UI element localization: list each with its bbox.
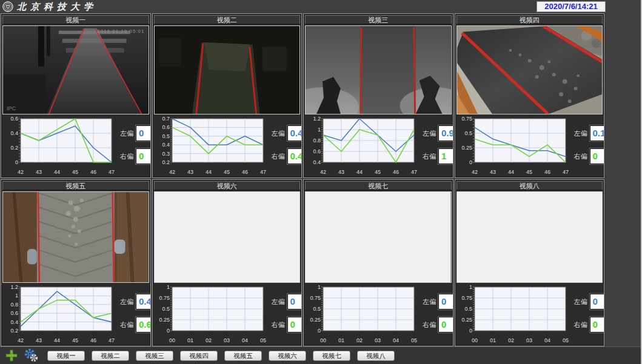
- left-deviation-label: 左偏: [120, 129, 133, 138]
- video-feed[interactable]: [456, 191, 603, 283]
- right-deviation-value[interactable]: 1: [438, 148, 453, 164]
- svg-text:42: 42: [18, 169, 24, 175]
- deviation-controls: 左偏 0 cm 右偏 0 cm: [423, 285, 453, 339]
- svg-text:42: 42: [471, 169, 477, 175]
- right-deviation-value[interactable]: 0: [590, 317, 605, 333]
- panel-title: 视频三: [305, 15, 452, 24]
- svg-text:44: 44: [507, 169, 513, 175]
- left-deviation-row: 左偏 0 cm: [272, 293, 303, 311]
- add-camera-icon[interactable]: [5, 349, 18, 362]
- panel-title: 视频八: [456, 181, 603, 190]
- svg-text:00: 00: [471, 337, 477, 343]
- right-deviation-value[interactable]: 0.4: [287, 148, 303, 164]
- svg-text:05: 05: [259, 337, 266, 343]
- left-deviation-value[interactable]: 0: [287, 294, 303, 309]
- svg-text:0: 0: [166, 328, 169, 334]
- svg-text:46: 46: [90, 337, 96, 343]
- svg-text:0.4: 0.4: [10, 130, 18, 136]
- video-feed[interactable]: [456, 25, 603, 114]
- video-panel-1: 视频一 2018.01.19 05:01IPC 00.20.40.: [1, 13, 151, 178]
- panel-title: 视频五: [2, 181, 149, 190]
- svg-text:43: 43: [36, 169, 42, 175]
- svg-text:46: 46: [393, 169, 399, 175]
- right-deviation-value[interactable]: 0: [438, 317, 453, 333]
- svg-text:0.25: 0.25: [461, 145, 472, 151]
- video-feed[interactable]: [305, 191, 452, 283]
- datetime-display: 2020/7/6/14:21: [537, 1, 606, 12]
- video-feed[interactable]: [154, 191, 301, 283]
- video-button-4[interactable]: 视频四: [180, 351, 218, 361]
- svg-text:0.75: 0.75: [159, 295, 170, 301]
- svg-text:0.8: 0.8: [10, 302, 18, 308]
- svg-text:47: 47: [109, 169, 115, 175]
- right-deviation-value[interactable]: 0: [136, 148, 151, 164]
- deviation-section: 0.40.60.811.2424344454647 左偏 0.9 cm 右偏 1…: [304, 116, 453, 177]
- video-feed[interactable]: [154, 25, 301, 114]
- right-deviation-label: 右偏: [120, 320, 133, 329]
- left-deviation-label: 左偏: [423, 297, 436, 306]
- video-button-8[interactable]: 视频八: [357, 351, 395, 361]
- left-deviation-value[interactable]: 0: [438, 294, 453, 309]
- deviation-controls: 左偏 0.9 cm 右偏 1 cm: [423, 117, 453, 170]
- video-button-6[interactable]: 视频六: [269, 351, 306, 361]
- svg-text:0.6: 0.6: [313, 148, 321, 154]
- video-feed[interactable]: [305, 25, 452, 114]
- svg-text:1: 1: [318, 127, 321, 133]
- right-deviation-label: 右偏: [574, 152, 587, 161]
- svg-text:46: 46: [544, 169, 550, 175]
- right-deviation-value[interactable]: 0: [287, 317, 303, 333]
- video-panel-3: 视频三 0.40.60.811.2424344454647: [303, 13, 453, 178]
- deviation-chart: 0.40.60.811.2424344454647: [305, 117, 419, 176]
- left-deviation-label: 左偏: [423, 129, 436, 138]
- left-deviation-value[interactable]: 0: [136, 125, 151, 141]
- svg-text:47: 47: [562, 169, 568, 175]
- svg-text:44: 44: [54, 169, 60, 175]
- deviation-controls: 左偏 0 cm 右偏 0 cm: [574, 285, 605, 339]
- video-panel-7: 视频七 00.250.50.751000102030405 左偏 0 cm 右偏…: [303, 179, 453, 346]
- left-deviation-row: 左偏 0.4 cm: [120, 293, 151, 311]
- right-deviation-value[interactable]: 0.6: [136, 317, 151, 333]
- svg-text:00: 00: [320, 337, 326, 343]
- svg-text:0.75: 0.75: [310, 295, 321, 301]
- right-deviation-row: 右偏 0 cm: [120, 147, 151, 165]
- svg-text:0.25: 0.25: [310, 317, 321, 323]
- deviation-chart: 00.20.40.6424344454647: [2, 117, 116, 176]
- video-button-2[interactable]: 视频二: [92, 351, 129, 361]
- video-button-5[interactable]: 视频五: [224, 351, 262, 361]
- settings-gear-icon[interactable]: [23, 348, 39, 363]
- svg-text:01: 01: [187, 337, 193, 343]
- left-deviation-value[interactable]: 0.4: [287, 125, 303, 141]
- video-button-7[interactable]: 视频七: [313, 351, 350, 361]
- svg-text:01: 01: [338, 337, 344, 343]
- video-feed[interactable]: 2018.01.19 05:01IPC: [2, 25, 149, 114]
- svg-text:0: 0: [469, 328, 472, 334]
- left-deviation-label: 左偏: [574, 129, 587, 138]
- left-deviation-row: 左偏 0 cm: [423, 293, 453, 311]
- left-deviation-value[interactable]: 0.4: [136, 294, 151, 309]
- svg-text:46: 46: [90, 169, 96, 175]
- svg-text:0.7: 0.7: [162, 117, 170, 122]
- deviation-controls: 左偏 0.1 cm 右偏 0 cm: [574, 117, 605, 170]
- svg-text:42: 42: [169, 169, 175, 175]
- left-deviation-row: 左偏 0.1 cm: [574, 124, 605, 142]
- video-feed[interactable]: [2, 191, 149, 283]
- left-deviation-label: 左偏: [272, 297, 285, 306]
- svg-text:0: 0: [469, 159, 472, 165]
- header: 北京科技大学 2020/7/6/14:21: [0, 0, 642, 13]
- right-deviation-label: 右偏: [423, 152, 436, 161]
- svg-text:44: 44: [54, 337, 60, 343]
- university-logo-icon: [2, 1, 13, 12]
- svg-text:05: 05: [411, 337, 417, 343]
- svg-text:02: 02: [507, 337, 513, 343]
- left-deviation-value[interactable]: 0.9: [438, 125, 453, 141]
- svg-text:45: 45: [375, 169, 381, 175]
- video-button-1[interactable]: 视频一: [47, 351, 85, 361]
- svg-text:0.25: 0.25: [159, 317, 170, 323]
- deviation-section: 0.20.30.40.50.60.7424344454647 左偏 0.4 cm…: [153, 116, 302, 177]
- svg-text:46: 46: [241, 169, 247, 175]
- right-deviation-value[interactable]: 0: [590, 148, 605, 164]
- left-deviation-value[interactable]: 0.1: [590, 125, 605, 141]
- deviation-controls: 左偏 0.4 cm 右偏 0.6 cm: [120, 285, 151, 339]
- video-button-3[interactable]: 视频三: [136, 351, 173, 361]
- left-deviation-value[interactable]: 0: [590, 294, 605, 309]
